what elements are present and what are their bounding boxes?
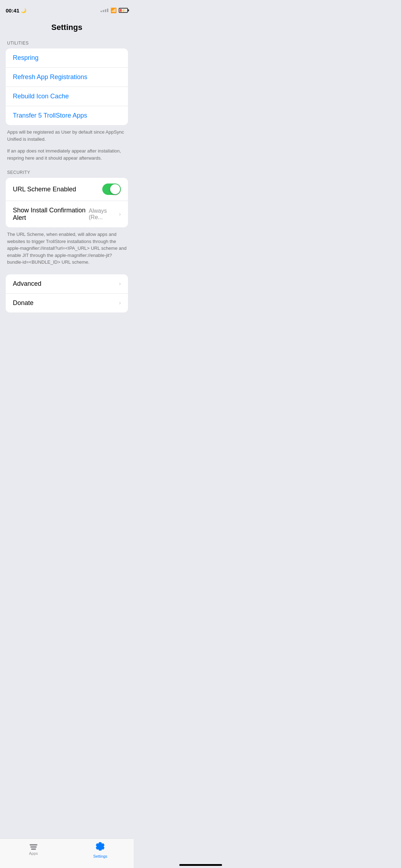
advanced-row[interactable]: Advanced ›: [6, 274, 128, 294]
security-footer: The URL Scheme, when enabled, will allow…: [0, 227, 134, 272]
respring-label: Respring: [13, 54, 38, 62]
toggle-knob: [110, 184, 120, 194]
misc-card: Advanced › Donate ›: [6, 274, 128, 312]
security-card: URL Scheme Enabled Show Install Confirma…: [6, 178, 128, 227]
security-header: SECURITY: [0, 170, 134, 178]
utilities-card: Respring Refresh App Registrations Rebui…: [6, 48, 128, 125]
battery-icon: ⚡: [119, 8, 128, 13]
advanced-label: Advanced: [13, 280, 41, 288]
status-right: 📶 ⚡: [101, 7, 128, 13]
time-text: 00:41: [6, 7, 19, 14]
signal-icon: [101, 9, 108, 12]
utilities-footer1: Apps will be registered as User by defau…: [0, 125, 134, 144]
status-time: 00:41 🌙: [6, 7, 26, 14]
show-install-label: Show Install Confirmation Alert: [13, 207, 89, 222]
security-section: SECURITY URL Scheme Enabled Show Install…: [0, 170, 134, 272]
transfer-trollstore-apps-label: Transfer 5 TrollStore Apps: [13, 112, 87, 119]
url-scheme-toggle[interactable]: [102, 184, 121, 195]
wifi-icon: 📶: [110, 7, 117, 13]
advanced-chevron-icon: ›: [119, 280, 121, 287]
show-install-value: Always (Re...: [89, 208, 118, 221]
rebuild-icon-cache-label: Rebuild Icon Cache: [13, 93, 69, 100]
respring-button[interactable]: Respring: [6, 48, 128, 68]
donate-label: Donate: [13, 299, 34, 307]
moon-icon: 🌙: [21, 8, 26, 13]
rebuild-icon-cache-button[interactable]: Rebuild Icon Cache: [6, 87, 128, 106]
utilities-footer2: If an app does not immediately appear af…: [0, 144, 134, 167]
show-install-confirmation-row[interactable]: Show Install Confirmation Alert Always (…: [6, 201, 128, 227]
chevron-right-icon: ›: [119, 211, 121, 217]
refresh-app-registrations-label: Refresh App Registrations: [13, 73, 87, 81]
utilities-section: UTILITIES Respring Refresh App Registrat…: [0, 41, 134, 167]
url-scheme-label: URL Scheme Enabled: [13, 186, 76, 193]
donate-row[interactable]: Donate ›: [6, 294, 128, 312]
transfer-trollstore-apps-button[interactable]: Transfer 5 TrollStore Apps: [6, 106, 128, 125]
page-title: Settings: [0, 16, 134, 41]
refresh-app-registrations-button[interactable]: Refresh App Registrations: [6, 68, 128, 87]
misc-section: Advanced › Donate ›: [0, 274, 134, 312]
show-install-value-group: Always (Re... ›: [89, 208, 121, 221]
status-bar: 00:41 🌙 📶 ⚡: [0, 0, 134, 16]
utilities-header: UTILITIES: [0, 41, 134, 48]
url-scheme-toggle-row: URL Scheme Enabled: [6, 178, 128, 201]
donate-chevron-icon: ›: [119, 300, 121, 306]
